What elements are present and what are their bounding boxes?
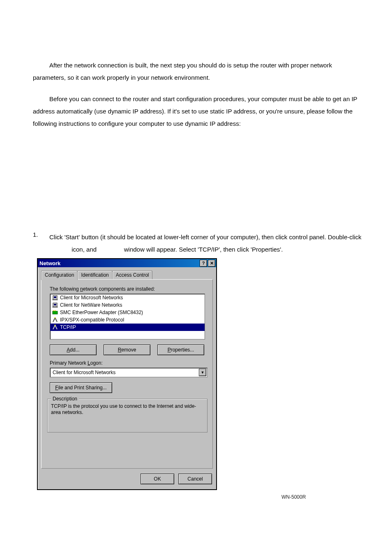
- list-item-label: TCP/IP: [60, 324, 76, 330]
- svg-point-14: [55, 325, 56, 326]
- client-icon: [52, 302, 58, 308]
- step1-gap-2: [98, 246, 122, 253]
- components-listbox[interactable]: Client for Microsoft Networks Client for…: [50, 294, 205, 340]
- svg-line-10: [55, 318, 57, 322]
- svg-rect-4: [54, 304, 56, 305]
- intro-paragraph-1: After the network connection is built, t…: [33, 59, 362, 84]
- cancel-button[interactable]: Cancel: [178, 474, 212, 484]
- step1-part-b: icon, and: [71, 246, 98, 253]
- properties-label-rest: roperties...: [171, 347, 194, 353]
- primary-logon-select[interactable]: Client for Microsoft Networks ▼: [50, 368, 208, 377]
- list-item-label: Client for NetWare Networks: [60, 302, 122, 308]
- svg-rect-2: [53, 299, 58, 300]
- svg-rect-1: [54, 296, 56, 298]
- svg-rect-6: [53, 311, 58, 314]
- tab-access-control[interactable]: Access Control: [112, 271, 153, 280]
- fps-label-rest: ile and Print Sharing...: [58, 385, 107, 391]
- description-group: Description TCP/IP is the protocol you u…: [47, 399, 208, 432]
- primary-logon-value: Client for Microsoft Networks: [53, 370, 115, 375]
- step1-gap-1: [49, 246, 70, 253]
- svg-point-11: [55, 317, 56, 319]
- configuration-panel: The following network components are ins…: [41, 279, 213, 469]
- dialog-title: Network: [39, 260, 60, 266]
- step1-part-a: Click 'Start' button (it should be locat…: [49, 234, 361, 240]
- svg-line-9: [53, 318, 55, 322]
- chevron-down-icon[interactable]: ▼: [199, 369, 206, 376]
- step1-part-c: window will appear. Select 'TCP/IP', the…: [124, 246, 283, 253]
- svg-rect-7: [53, 310, 54, 311]
- list-item-selected[interactable]: TCP/IP: [50, 324, 205, 331]
- adapter-icon: [52, 309, 58, 316]
- footer-model: WN-5000R: [281, 494, 306, 500]
- intro-paragraph-2: Before you can connect to the router and…: [33, 93, 362, 130]
- protocol-icon: [52, 317, 58, 323]
- titlebar[interactable]: Network ? ✕: [38, 259, 216, 267]
- step-1-text: Click 'Start' button (it should be locat…: [49, 231, 362, 256]
- help-button[interactable]: ?: [200, 260, 207, 267]
- remove-label-rest: emove: [121, 347, 136, 353]
- primary-logon-label: Primary Network Logon:: [50, 360, 103, 366]
- file-print-sharing-button[interactable]: File and Print Sharing...: [50, 382, 112, 393]
- svg-line-12: [53, 325, 55, 329]
- step-number: 1.: [33, 231, 38, 238]
- list-item[interactable]: Client for NetWare Networks: [50, 301, 205, 309]
- protocol-icon: [52, 324, 58, 331]
- list-item[interactable]: IPX/SPX-compatible Protocol: [50, 316, 205, 324]
- ok-button[interactable]: OK: [141, 474, 174, 484]
- close-button[interactable]: ✕: [208, 260, 215, 267]
- list-item-label: IPX/SPX-compatible Protocol: [60, 317, 124, 323]
- svg-rect-5: [53, 307, 58, 308]
- add-button[interactable]: Add...: [50, 345, 97, 355]
- description-text: TCP/IP is the protocol you use to connec…: [51, 403, 204, 416]
- description-group-title: Description: [51, 396, 79, 402]
- tab-configuration[interactable]: Configuration: [41, 271, 78, 280]
- list-item[interactable]: SMC EtherPower Adapter (SMC8432): [50, 309, 205, 316]
- properties-button[interactable]: Properties...: [157, 345, 204, 355]
- list-item-label: Client for Microsoft Networks: [60, 295, 123, 301]
- network-dialog: Network ? ✕ Configuration Identification…: [37, 258, 217, 490]
- help-icon: ?: [202, 261, 205, 266]
- list-item[interactable]: Client for Microsoft Networks: [50, 294, 205, 301]
- client-icon: [52, 294, 58, 301]
- tab-strip: Configuration Identification Access Cont…: [41, 271, 152, 280]
- add-label-rest: dd...: [70, 347, 79, 353]
- tab-identification[interactable]: Identification: [77, 271, 112, 280]
- components-label: The following network components are ins…: [50, 286, 155, 292]
- svg-line-13: [55, 325, 57, 329]
- remove-button[interactable]: Remove: [104, 345, 150, 355]
- list-item-label: SMC EtherPower Adapter (SMC8432): [60, 310, 143, 315]
- svg-rect-8: [55, 310, 56, 311]
- close-icon: ✕: [210, 261, 214, 266]
